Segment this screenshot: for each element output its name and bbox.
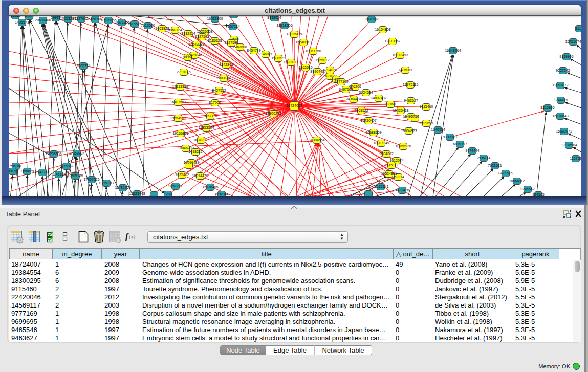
svg-text:9146821: 9146821 — [258, 52, 272, 56]
svg-text:20691406: 20691406 — [35, 18, 51, 22]
svg-text:15751074: 15751074 — [565, 40, 581, 43]
svg-text:7663822: 7663822 — [155, 27, 169, 30]
svg-text:16033: 16033 — [10, 16, 20, 17]
svg-text:15692971: 15692971 — [556, 129, 572, 133]
svg-text:15716485: 15716485 — [202, 185, 218, 189]
svg-text:185061: 185061 — [10, 164, 21, 168]
svg-text:9242848: 9242848 — [219, 63, 233, 67]
svg-text:6879197: 6879197 — [453, 142, 467, 146]
svg-text:17016504: 17016504 — [561, 143, 577, 147]
svg-text:39159: 39159 — [9, 169, 18, 173]
svg-text:7485063: 7485063 — [398, 68, 412, 72]
svg-text:8912954: 8912954 — [181, 32, 195, 35]
svg-text:2087682: 2087682 — [364, 17, 378, 21]
svg-text:8186328: 8186328 — [208, 39, 222, 42]
svg-text:7515526: 7515526 — [127, 22, 141, 26]
svg-text:10958117: 10958117 — [99, 181, 115, 185]
svg-text:9975857: 9975857 — [59, 164, 73, 168]
svg-text:8990448: 8990448 — [310, 70, 324, 73]
svg-text:252214: 252214 — [392, 175, 404, 179]
svg-text:8813054: 8813054 — [267, 16, 281, 19]
svg-text:10973493: 10973493 — [392, 53, 408, 57]
svg-text:20206536: 20206536 — [46, 152, 61, 156]
svg-text:817006: 817006 — [209, 101, 221, 104]
svg-text:98961: 98961 — [183, 55, 193, 59]
svg-text:1527602: 1527602 — [74, 17, 88, 20]
svg-text:1588520: 1588520 — [271, 56, 285, 60]
svg-text:1612074: 1612074 — [389, 159, 403, 162]
svg-text:17546: 17546 — [229, 37, 239, 41]
svg-text:1640954: 1640954 — [431, 128, 445, 132]
svg-text:17957225: 17957225 — [83, 178, 99, 181]
svg-text:16648764: 16648764 — [445, 49, 461, 52]
svg-text:116753: 116753 — [570, 157, 581, 160]
svg-text:7857224: 7857224 — [226, 25, 239, 28]
svg-text:924565: 924565 — [532, 193, 544, 196]
svg-text:9474444: 9474444 — [465, 149, 479, 152]
svg-text:2718176: 2718176 — [177, 70, 190, 74]
svg-text:10025438: 10025438 — [393, 108, 408, 112]
svg-text:13325419: 13325419 — [286, 32, 302, 36]
svg-text:9777109: 9777109 — [334, 80, 348, 83]
svg-text:2005334: 2005334 — [76, 64, 90, 68]
svg-text:14136141: 14136141 — [373, 185, 388, 188]
svg-text:9227342: 9227342 — [556, 69, 570, 72]
svg-text:1156829: 1156829 — [20, 169, 34, 173]
svg-text:10653287: 10653287 — [60, 17, 76, 20]
svg-text:1615112: 1615112 — [385, 163, 399, 167]
svg-text:16914479: 16914479 — [192, 174, 208, 178]
svg-text:17359924: 17359924 — [69, 151, 84, 155]
svg-text:10688609: 10688609 — [365, 130, 381, 134]
svg-text:12093872: 12093872 — [552, 83, 568, 87]
svg-text:10807487: 10807487 — [371, 96, 386, 100]
svg-text:7863522: 7863522 — [354, 108, 368, 112]
svg-text:1405571: 1405571 — [15, 20, 29, 24]
svg-text:15226058: 15226058 — [197, 30, 212, 33]
svg-text:16154808: 16154808 — [375, 28, 390, 31]
svg-text:1145194: 1145194 — [52, 172, 66, 176]
svg-text:1244415: 1244415 — [554, 98, 568, 102]
svg-text:10046798: 10046798 — [178, 146, 193, 150]
svg-text:19654923: 19654923 — [401, 129, 417, 133]
svg-text:19654963: 19654963 — [170, 116, 186, 120]
svg-text:19384554: 19384554 — [309, 138, 324, 142]
svg-text:18300295: 18300295 — [265, 112, 281, 115]
svg-text:8471676: 8471676 — [498, 171, 512, 175]
svg-text:7632621: 7632621 — [488, 164, 502, 167]
svg-text:9327503: 9327503 — [195, 35, 209, 38]
svg-text:10654112: 10654112 — [509, 179, 525, 183]
svg-text:1292: 1292 — [164, 192, 172, 196]
svg-text:1112: 1112 — [576, 27, 581, 30]
svg-text:12923448: 12923448 — [129, 192, 145, 195]
svg-text:8427552: 8427552 — [212, 89, 226, 92]
svg-text:2803144: 2803144 — [216, 76, 230, 80]
svg-text:16107553: 16107553 — [170, 100, 186, 104]
svg-text:1292344: 1292344 — [214, 192, 228, 196]
svg-text:8322037: 8322037 — [284, 60, 298, 64]
svg-text:62160: 62160 — [385, 102, 396, 106]
svg-text:19166825: 19166825 — [172, 132, 188, 135]
svg-text:8215955: 8215955 — [540, 106, 554, 110]
svg-text:12213389: 12213389 — [172, 85, 188, 89]
svg-text:10961758: 10961758 — [305, 49, 321, 53]
svg-text:9699695: 9699695 — [419, 121, 433, 125]
svg-text:9129966: 9129966 — [559, 55, 573, 58]
svg-text:16543382: 16543382 — [188, 42, 204, 46]
svg-text:20364436: 20364436 — [345, 97, 361, 101]
svg-text:11353594: 11353594 — [199, 126, 214, 129]
svg-text:7955812: 7955812 — [315, 58, 329, 62]
svg-text:7625402: 7625402 — [175, 173, 189, 177]
svg-text:1733426: 1733426 — [395, 188, 409, 192]
svg-text:19099489: 19099489 — [183, 161, 199, 164]
svg-text:746206: 746206 — [349, 85, 361, 89]
svg-text:9857791: 9857791 — [168, 184, 182, 188]
svg-text:20531: 20531 — [24, 16, 34, 18]
svg-text:8454749: 8454749 — [247, 49, 260, 52]
svg-text:3024554: 3024554 — [359, 91, 373, 94]
svg-text:18724007: 18724007 — [286, 104, 302, 107]
svg-text:1562615: 1562615 — [298, 65, 312, 69]
svg-text:12213967: 12213967 — [384, 39, 400, 43]
svg-text:12975115: 12975115 — [403, 83, 419, 86]
svg-text:9115460: 9115460 — [420, 105, 433, 108]
svg-text:18495756: 18495756 — [403, 115, 419, 118]
